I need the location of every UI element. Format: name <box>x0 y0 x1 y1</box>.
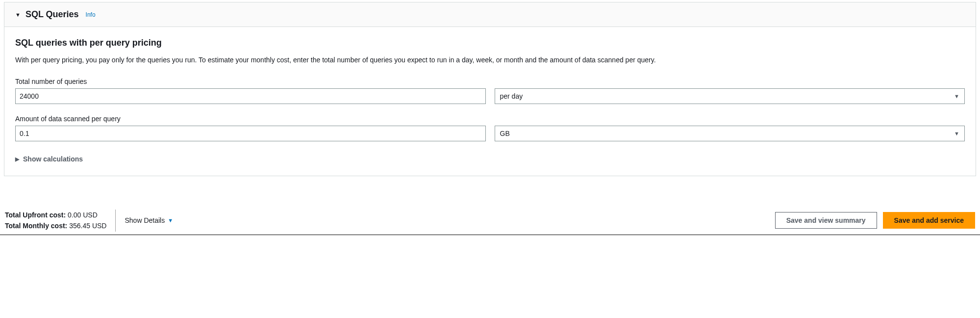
totals-block: Total Upfront cost: 0.00 USD Total Month… <box>5 210 116 232</box>
upfront-cost-label: Total Upfront cost: <box>5 211 66 219</box>
data-scanned-field-row: GB ▼ <box>15 126 965 141</box>
show-calculations-label: Show calculations <box>23 155 83 163</box>
panel-title: SQL Queries <box>25 9 79 20</box>
section-title: SQL queries with per query pricing <box>15 38 965 48</box>
caret-down-icon: ▼ <box>954 93 959 99</box>
monthly-cost-label: Total Monthly cost: <box>5 222 67 230</box>
save-and-view-summary-button[interactable]: Save and view summary <box>775 212 877 229</box>
panel-header[interactable]: ▼ SQL Queries Info <box>4 2 976 27</box>
section-description: With per query pricing, you pay only for… <box>15 56 965 64</box>
caret-down-icon: ▼ <box>168 217 173 223</box>
panel-body: SQL queries with per query pricing With … <box>4 27 976 176</box>
queries-unit-value: per day <box>500 92 523 100</box>
monthly-cost-value: 356.45 USD <box>69 222 106 230</box>
save-and-add-service-button[interactable]: Save and add service <box>883 212 975 229</box>
info-link[interactable]: Info <box>86 11 96 18</box>
caret-down-icon: ▼ <box>954 131 959 136</box>
queries-field-row: per day ▼ <box>15 88 965 104</box>
queries-label: Total number of queries <box>15 78 965 85</box>
queries-input[interactable] <box>15 88 486 104</box>
caret-down-icon: ▼ <box>15 12 21 18</box>
upfront-cost-value: 0.00 USD <box>68 211 98 219</box>
caret-right-icon: ▶ <box>15 156 19 162</box>
sql-queries-panel: ▼ SQL Queries Info SQL queries with per … <box>4 2 976 176</box>
queries-unit-select[interactable]: per day ▼ <box>495 88 965 104</box>
data-scanned-unit-select[interactable]: GB ▼ <box>495 126 965 141</box>
bottom-bar: Total Upfront cost: 0.00 USD Total Month… <box>0 203 980 235</box>
data-scanned-input[interactable] <box>15 126 486 141</box>
show-calculations-toggle[interactable]: ▶ Show calculations <box>15 155 965 163</box>
data-scanned-unit-value: GB <box>500 130 510 137</box>
data-scanned-label: Amount of data scanned per query <box>15 115 965 123</box>
show-details-label: Show Details <box>125 216 165 224</box>
show-details-toggle[interactable]: Show Details ▼ <box>125 216 173 224</box>
